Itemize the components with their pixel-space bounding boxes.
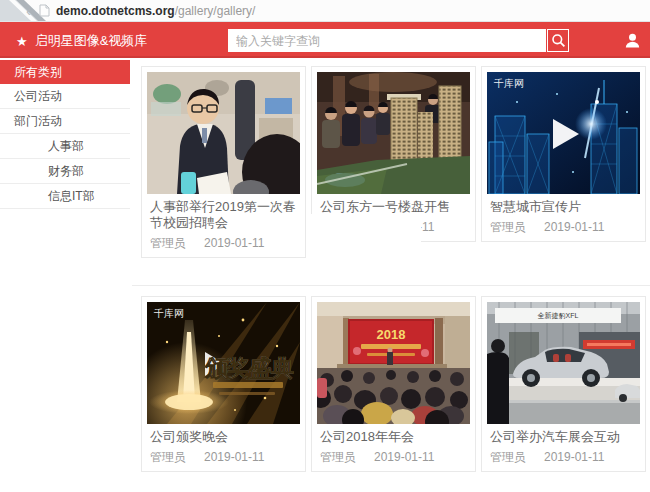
card-thumbnail[interactable] bbox=[317, 72, 470, 194]
property-model-image bbox=[317, 72, 470, 194]
gallery-card-job-fair[interactable]: 人事部举行2019第一次春节校园招聘会 管理员 2019-01-11 bbox=[141, 66, 306, 258]
watermark-label: 千库网 bbox=[494, 77, 524, 91]
card-thumbnail[interactable]: 千库网 bbox=[487, 72, 640, 194]
card-thumbnail[interactable]: 2018 bbox=[317, 302, 470, 424]
card-author: 管理员 bbox=[490, 220, 526, 234]
search-button[interactable] bbox=[547, 29, 569, 52]
card-date: 2019-01-11 bbox=[374, 450, 435, 464]
job-fair-image bbox=[147, 72, 300, 194]
card-date: 2019-01-11 bbox=[204, 236, 265, 250]
annual-meeting-image: 2018 bbox=[317, 302, 470, 424]
sidebar-item-department-events[interactable]: 部门活动 bbox=[0, 109, 130, 134]
watermark-label: 千库网 bbox=[154, 307, 184, 321]
gallery-card-property-launch[interactable]: 公司东方一号楼盘开售 管理员 2019-01-11 bbox=[311, 66, 476, 242]
card-title[interactable]: 人事部举行2019第一次春节校园招聘会 bbox=[147, 194, 300, 231]
cards-row-2: 颁奖盛典 千库网 公司颁奖晚会 管理员 2019-01-11 bbox=[141, 296, 650, 472]
stage-banner-year: 2018 bbox=[377, 327, 406, 342]
card-date: 2019-01-11 bbox=[204, 450, 265, 464]
card-meta: 管理员 2019-01-11 bbox=[147, 231, 300, 257]
card-title[interactable]: 公司2018年年会 bbox=[317, 424, 470, 445]
browser-chrome: ‹ demo.dotnetcms.org/gallery/gallery/ bbox=[0, 0, 650, 22]
card-thumbnail[interactable] bbox=[147, 72, 300, 194]
card-title[interactable]: 公司颁奖晚会 bbox=[147, 424, 300, 445]
sidebar-item-company-events[interactable]: 公司活动 bbox=[0, 84, 130, 109]
url-bar[interactable]: demo.dotnetcms.org/gallery/gallery/ bbox=[56, 4, 255, 18]
card-thumbnail[interactable]: 全新捷豹XFL bbox=[487, 302, 640, 424]
site-brand[interactable]: ★ 启明星图像&视频库 bbox=[16, 32, 147, 50]
card-author: 管理员 bbox=[320, 450, 356, 464]
search-icon bbox=[551, 33, 566, 48]
card-title[interactable]: 公司举办汽车展会互动 bbox=[487, 424, 640, 445]
gallery-card-annual-meeting[interactable]: 2018 bbox=[311, 296, 476, 472]
gala-banner-text: 颁奖盛典 bbox=[204, 355, 294, 381]
gallery-card-awards-gala[interactable]: 颁奖盛典 千库网 公司颁奖晚会 管理员 2019-01-11 bbox=[141, 296, 306, 472]
card-title[interactable]: 智慧城市宣传片 bbox=[487, 194, 640, 215]
url-host: demo.dotnetcms.org bbox=[56, 4, 175, 18]
card-author: 管理员 bbox=[150, 450, 186, 464]
card-meta: 管理员 2019-01-11 bbox=[317, 445, 470, 471]
sidebar-item-all-categories[interactable]: 所有类别 bbox=[0, 60, 130, 84]
sidebar-item-finance[interactable]: 财务部 bbox=[0, 159, 130, 184]
card-author: 管理员 bbox=[150, 236, 186, 250]
sidebar-item-it[interactable]: 信息IT部 bbox=[0, 184, 130, 209]
card-thumbnail[interactable]: 颁奖盛典 千库网 bbox=[147, 302, 300, 424]
user-icon[interactable] bbox=[625, 33, 640, 48]
card-author: 管理员 bbox=[490, 450, 526, 464]
page-icon bbox=[39, 4, 50, 17]
app-header: ★ 启明星图像&视频库 bbox=[0, 22, 650, 58]
url-path: /gallery/gallery/ bbox=[175, 4, 256, 18]
category-sidebar: 所有类别 公司活动 部门活动 人事部 财务部 信息IT部 bbox=[0, 60, 130, 209]
sidebar-item-hr[interactable]: 人事部 bbox=[0, 134, 130, 159]
star-icon: ★ bbox=[16, 35, 28, 48]
card-meta: 管理员 2019-01-11 bbox=[487, 445, 640, 471]
gallery-content: 人事部举行2019第一次春节校园招聘会 管理员 2019-01-11 bbox=[132, 58, 650, 492]
gallery-card-smart-city-video[interactable]: 千库网 智慧城市宣传片 管理员 2019-01-11 bbox=[481, 66, 646, 242]
dealer-banner-text: 全新捷豹XFL bbox=[538, 311, 579, 320]
gallery-card-car-show[interactable]: 全新捷豹XFL bbox=[481, 296, 646, 472]
search-input[interactable] bbox=[228, 29, 546, 52]
cards-row-1: 人事部举行2019第一次春节校园招聘会 管理员 2019-01-11 bbox=[141, 66, 650, 258]
card-date: 2019-01-11 bbox=[544, 220, 605, 234]
app-window: ‹ demo.dotnetcms.org/gallery/gallery/ ★ … bbox=[0, 0, 650, 492]
card-date: 2019-01-11 bbox=[544, 450, 605, 464]
card-title[interactable]: 公司东方一号楼盘开售 bbox=[317, 194, 470, 215]
car-show-image: 全新捷豹XFL bbox=[487, 302, 640, 424]
row-divider bbox=[132, 285, 650, 286]
card-meta: 管理员 2019-01-11 bbox=[487, 215, 640, 241]
site-title: 启明星图像&视频库 bbox=[35, 32, 148, 50]
footer-white-overlay bbox=[311, 214, 421, 242]
card-meta: 管理员 2019-01-11 bbox=[147, 445, 300, 471]
back-icon[interactable]: ‹ bbox=[26, 1, 31, 21]
